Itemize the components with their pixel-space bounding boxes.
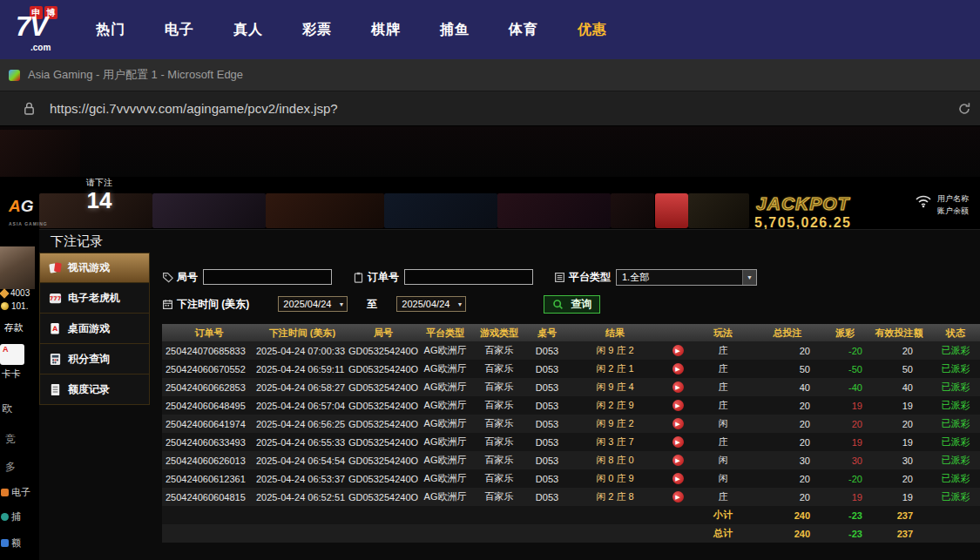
cell-order_id: 250424060604815	[162, 492, 256, 503]
cell-bet_time: 2025-04-24 06:55:33	[256, 437, 348, 448]
table-row: 2504240706858332025-04-24 07:00:33GD0532…	[162, 341, 980, 360]
cell-bet_time: 2025-04-24 06:53:37	[256, 474, 348, 484]
nav-item[interactable]: 捕鱼	[440, 21, 470, 39]
game-thumbnail	[266, 193, 384, 228]
replay-button[interactable]: ▶	[672, 418, 684, 429]
cell-game_type: 百家乐	[472, 344, 526, 357]
cell-platform: AG欧洲厅	[418, 362, 472, 375]
subtotal-row: 小计240-23237	[162, 506, 980, 524]
replay-button[interactable]: ▶	[672, 400, 684, 411]
column-header: 玩法	[693, 327, 753, 340]
cell-valid_bet: 19	[868, 492, 930, 503]
platform-select[interactable]: 1.全部 ▼	[616, 269, 757, 286]
playing-card-icon: A	[0, 344, 24, 365]
nav-item[interactable]: 体育	[509, 21, 538, 39]
cell-table_no: D053	[526, 346, 568, 356]
refresh-icon[interactable]	[957, 102, 971, 116]
deposit-button[interactable]: 存款	[4, 321, 24, 334]
cell-status: 已派彩	[930, 344, 980, 357]
cell-platform: AG欧洲厅	[418, 472, 472, 485]
cell-valid_bet: 20	[868, 474, 930, 484]
cell-valid_bet: 20	[868, 419, 930, 429]
replay-button[interactable]: ▶	[672, 491, 684, 503]
ag-logo-g: G	[21, 197, 34, 215]
replay-button[interactable]: ▶	[672, 436, 684, 448]
cell-table_no: D053	[526, 455, 568, 466]
user-name-label: 用户名称	[937, 192, 979, 205]
nav-item[interactable]: 彩票	[302, 21, 332, 39]
sidebar-item-slot-machine[interactable]: 777电子老虎机	[39, 283, 150, 314]
replay-button[interactable]: ▶	[672, 473, 684, 484]
order-input[interactable]	[404, 269, 533, 285]
balance-fragment: 101.	[1, 301, 28, 311]
sidebar-item-points-query[interactable]: 积分查询	[39, 344, 150, 374]
cell-bet_time: 2025-04-24 06:54:54	[256, 455, 348, 466]
nav-fragment-fishing[interactable]: 捕	[1, 510, 21, 523]
lock-icon[interactable]	[23, 101, 36, 116]
table-row: 2504240606334932025-04-24 06:55:33GD0532…	[162, 433, 980, 451]
date-to-select[interactable]: 2025/04/24 ▼	[396, 296, 466, 312]
nav-fragment-jing[interactable]: 竞	[5, 432, 16, 447]
tag-icon	[162, 272, 173, 283]
cell-payout: 19	[822, 492, 868, 503]
cell-replay: ▶	[662, 345, 693, 357]
signal-icon	[915, 194, 932, 212]
sidebar-item-table-game[interactable]: A桌面游戏	[39, 314, 150, 344]
replay-button[interactable]: ▶	[672, 363, 684, 374]
date-from-select[interactable]: 2025/04/24 ▼	[278, 296, 348, 312]
filter-row-2: 下注时间 (美东) 2025/04/24 ▼ 至 2025/04/24 ▼	[162, 293, 980, 314]
replay-button[interactable]: ▶	[672, 455, 684, 466]
replay-button[interactable]: ▶	[672, 381, 684, 393]
cell-total_bet: 20	[753, 401, 822, 411]
cell-game_type: 百家乐	[472, 362, 526, 375]
nav-fragment-duo[interactable]: 多	[5, 460, 16, 475]
cell-result: 闲 3 庄 7	[568, 435, 662, 449]
url-text[interactable]: https://gci.7vvvvvv.com/agingame/pcv2/in…	[50, 101, 338, 116]
cell-total_bet: 20	[753, 474, 822, 484]
dropdown-arrow-icon: ▼	[338, 301, 344, 307]
round-input[interactable]	[203, 269, 332, 285]
table-row: 2504240606123612025-04-24 06:53:37GD0532…	[162, 469, 980, 488]
table-row: 2504240606048152025-04-24 06:52:51GD0532…	[162, 488, 980, 506]
sidebar-item-video-game[interactable]: 视讯游戏	[39, 253, 150, 283]
game-thumbnail	[497, 193, 611, 228]
cell-replay: ▶	[662, 491, 693, 503]
game-tile-red	[655, 193, 688, 228]
cell-replay: ▶	[662, 436, 693, 449]
nav-item[interactable]: 优惠	[578, 21, 607, 39]
topnav-menu: 热门电子真人彩票棋牌捕鱼体育优惠	[96, 21, 607, 39]
video-game-icon	[48, 261, 62, 275]
cell-bet_time: 2025-04-24 06:58:27	[256, 382, 348, 393]
cell-replay: ▶	[662, 455, 693, 467]
nav-item[interactable]: 热门	[96, 21, 125, 39]
table-row: 2504240606484952025-04-24 06:57:04GD0532…	[162, 396, 980, 415]
panel-title: 下注记录	[39, 230, 980, 253]
cell-bet_time: 2025-04-24 07:00:33	[256, 346, 348, 356]
coin-icon	[1, 302, 9, 310]
cell-round_id: GD053254240OS	[348, 346, 418, 356]
nav-fragment-credit[interactable]: 额	[1, 536, 21, 550]
nav-fragment-slots[interactable]: 电子	[1, 486, 30, 499]
cell-bet_time: 2025-04-24 06:57:04	[256, 401, 348, 411]
cell-result: 闲 8 庄 0	[568, 454, 662, 467]
cell-bet_time: 2025-04-24 06:59:11	[256, 364, 348, 374]
calendar-icon	[162, 299, 173, 310]
sidebar-item-label: 桌面游戏	[68, 321, 110, 336]
cell-order_id: 250424060633493	[162, 437, 256, 448]
logo-suffix: .com	[30, 43, 51, 52]
site-logo[interactable]: 申 博 7V .com	[16, 3, 71, 56]
cell-round_id: GD053254240OI	[348, 474, 418, 484]
cell-game_type: 百家乐	[472, 381, 526, 394]
nav-fragment-europe[interactable]: 欧	[2, 401, 12, 416]
replay-button[interactable]: ▶	[672, 345, 684, 356]
popup-main: 局号 订单号 平台类型 1.全部 ▼	[150, 253, 980, 543]
nav-fragment-kaka[interactable]: 卡卡	[2, 368, 21, 381]
sidebar-item-credit-record[interactable]: 额度记录	[39, 374, 150, 405]
nav-item[interactable]: 电子	[165, 21, 194, 39]
bet-countdown: 请下注 14	[77, 177, 122, 213]
table-game-icon: A	[48, 321, 62, 335]
search-button[interactable]: 查询	[544, 295, 600, 314]
table-row: 2504240606705522025-04-24 06:59:11GD0532…	[162, 360, 980, 378]
nav-item[interactable]: 真人	[233, 21, 263, 39]
nav-item[interactable]: 棋牌	[371, 21, 401, 39]
